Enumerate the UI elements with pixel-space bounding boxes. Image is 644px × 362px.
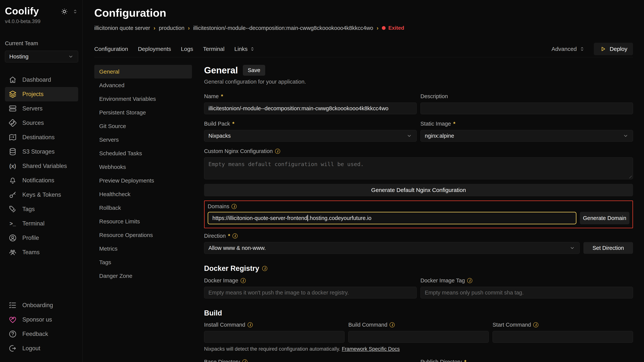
sidebar-item-teams[interactable]: Teams: [5, 245, 78, 260]
install-command-input[interactable]: [204, 331, 344, 343]
terminal-icon: >_: [8, 219, 17, 228]
subnav-item-advanced[interactable]: Advanced: [94, 78, 192, 92]
sidebar-item-profile[interactable]: Profile: [5, 231, 78, 245]
generate-domain-button[interactable]: Generate Domain: [580, 212, 630, 224]
custom-nginx-label: Custom Nginx Configuration: [204, 148, 633, 154]
sidebar-item-feedback[interactable]: Feedback: [5, 327, 78, 341]
app-logo: Coolify: [5, 5, 39, 17]
domains-highlight-box: Domains https://illicitonion-quote-serve…: [204, 200, 633, 228]
breadcrumb-item[interactable]: production: [159, 25, 184, 31]
subnav-item-persistent-storage[interactable]: Persistent Storage: [94, 106, 192, 119]
sidebar-item-s3-storages[interactable]: S3 Storages: [5, 144, 78, 159]
subnav-item-scheduled-tasks[interactable]: Scheduled Tasks: [94, 147, 192, 160]
logo-row: Coolify: [5, 5, 78, 17]
general-panel-head: General Save: [204, 65, 633, 76]
team-select[interactable]: Hosting: [5, 51, 78, 62]
tab-deployments[interactable]: Deployments: [138, 46, 171, 52]
save-button[interactable]: Save: [243, 65, 265, 76]
subnav-item-preview-deployments[interactable]: Preview Deployments: [94, 174, 192, 187]
static-image-select[interactable]: nginx:alpine: [420, 130, 633, 142]
build-heading: Build: [204, 309, 222, 317]
subnav-item-git-source[interactable]: Git Source: [94, 119, 192, 133]
subnav-item-general[interactable]: General: [94, 65, 192, 78]
base-directory-label: Base Directory: [204, 359, 417, 362]
sidebar-nav: DashboardProjectsServersSourcesDestinati…: [5, 73, 78, 260]
sidebar-item-sponsor-us[interactable]: Sponsor us: [5, 313, 78, 327]
deploy-button[interactable]: Deploy: [594, 43, 633, 55]
sidebar-item-onboarding[interactable]: Onboarding: [5, 298, 78, 313]
status-dot-icon: [382, 26, 386, 30]
sidebar-item-dashboard[interactable]: Dashboard: [5, 73, 78, 87]
domains-value-before-caret: https://illicitonion-quote-server-fronte…: [212, 215, 307, 221]
sidebar-item-servers[interactable]: Servers: [5, 101, 78, 116]
docker-image-input[interactable]: [204, 287, 417, 299]
docker-image-tag-label: Docker Image Tag: [420, 278, 633, 284]
subnav-item-resource-limits[interactable]: Resource Limits: [94, 215, 192, 228]
subnav-item-healthcheck[interactable]: Healthcheck: [94, 187, 192, 201]
custom-nginx-textarea[interactable]: Empty means default configuration will b…: [204, 157, 633, 179]
status-label: Exited: [388, 25, 404, 31]
domains-value-after-caret: .hosting.codeyourfuture.io: [308, 215, 372, 221]
subnav-item-servers[interactable]: Servers: [94, 133, 192, 147]
build-pack-select[interactable]: Nixpacks: [204, 130, 417, 142]
tab-terminal[interactable]: Terminal: [203, 46, 224, 52]
name-input[interactable]: [204, 102, 417, 114]
sidebar-item-sources[interactable]: Sources: [5, 116, 78, 130]
subnav-item-danger-zone[interactable]: Danger Zone: [94, 269, 192, 283]
tabbar-right: Advanced Deploy: [552, 43, 633, 55]
general-heading: General: [204, 65, 238, 75]
chevron-down-icon: [68, 53, 74, 59]
sidebar-item-projects[interactable]: Projects: [5, 87, 78, 101]
key-icon: [8, 190, 17, 199]
play-icon: [600, 45, 606, 52]
build-command-input[interactable]: [348, 331, 489, 343]
breadcrumb: illicitonion quote server›production›ill…: [94, 25, 633, 31]
start-command-input[interactable]: [492, 331, 633, 343]
docker-image-tag-input[interactable]: [420, 287, 633, 299]
subnav-item-webhooks[interactable]: Webhooks: [94, 160, 192, 174]
sidebar-item-label: Servers: [22, 105, 42, 112]
build-command-label: Build Command: [348, 322, 489, 328]
generate-nginx-button[interactable]: Generate Default Nginx Configuration: [204, 184, 633, 196]
subnav-item-tags[interactable]: Tags: [94, 256, 192, 269]
sidebar-item-logout[interactable]: Logout: [5, 341, 78, 356]
sidebar-item-keys-tokens[interactable]: Keys & Tokens: [5, 188, 78, 202]
subnav-item-environment-variables[interactable]: Environment Variables: [94, 92, 192, 106]
tab-logs[interactable]: Logs: [181, 46, 193, 52]
general-panel: General Save General configuration for y…: [204, 65, 633, 362]
tab-configuration[interactable]: Configuration: [94, 46, 128, 52]
breadcrumb-separator: ›: [376, 25, 378, 31]
tab-label: Terminal: [203, 46, 224, 52]
checklist-icon: [8, 301, 17, 310]
subnav-item-resource-operations[interactable]: Resource Operations: [94, 228, 192, 242]
set-direction-button[interactable]: Set Direction: [584, 242, 633, 254]
direction-select[interactable]: Allow www & non-www.: [204, 242, 580, 254]
install-command-label: Install Command: [204, 322, 344, 328]
sidebar-item-destinations[interactable]: Destinations: [5, 130, 78, 144]
map-icon: [8, 133, 17, 142]
advanced-dropdown[interactable]: Advanced: [552, 46, 585, 52]
page-title: Configuration: [94, 6, 633, 19]
sidebar-item-tags[interactable]: Tags: [5, 202, 78, 216]
sidebar-item-shared-variables[interactable]: (x)Shared Variables: [5, 159, 78, 173]
sidebar-item-terminal[interactable]: >_Terminal: [5, 216, 78, 231]
subnav-item-metrics[interactable]: Metrics: [94, 242, 192, 256]
tab-links[interactable]: Links: [234, 46, 255, 52]
sidebar-item-label: Destinations: [22, 134, 55, 141]
framework-docs-link[interactable]: Framework Specific Docs: [342, 346, 400, 352]
sidebar-item-label: Sponsor us: [22, 316, 52, 323]
bell-icon: [8, 176, 17, 185]
text-caret: [308, 215, 308, 221]
sidebar-item-label: Shared Variables: [22, 163, 67, 169]
sidebar-item-notifications[interactable]: Notifications: [5, 173, 78, 188]
description-input[interactable]: [420, 102, 633, 114]
direction-field: Direction* Allow www & non-www. Set Dire…: [204, 233, 633, 254]
sun-icon[interactable]: [60, 7, 68, 15]
breadcrumb-item[interactable]: illicitestonion/-module--decomposition:m…: [193, 25, 373, 31]
breadcrumb-item[interactable]: illicitonion quote server: [94, 25, 150, 31]
domains-input[interactable]: https://illicitonion-quote-server-fronte…: [208, 212, 576, 224]
info-icon: [533, 322, 538, 327]
required-asterisk: *: [221, 93, 223, 99]
chevrons-up-down-icon[interactable]: [72, 8, 78, 14]
subnav-item-rollback[interactable]: Rollback: [94, 201, 192, 215]
